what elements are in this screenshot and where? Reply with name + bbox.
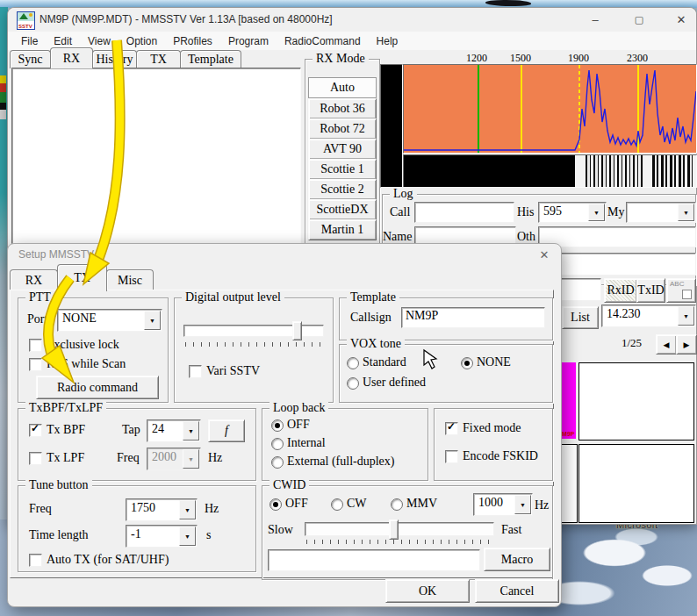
- loopback-internal-radio[interactable]: [271, 438, 284, 450]
- cwid-speed-slider-thumb[interactable]: [389, 519, 399, 540]
- chevron-down-icon[interactable]: ▼: [678, 204, 694, 221]
- abc-auto-button[interactable]: ABC: [666, 278, 696, 303]
- txid-button[interactable]: TxID: [636, 278, 665, 303]
- vox-user-defined-radio[interactable]: [347, 377, 359, 390]
- waterfall-display[interactable]: [403, 154, 697, 188]
- vox-standard-radio[interactable]: [347, 357, 359, 369]
- call-input[interactable]: [414, 202, 514, 223]
- vox-none-radio[interactable]: [461, 357, 473, 369]
- menu-file[interactable]: File: [13, 35, 46, 47]
- chevron-down-icon[interactable]: ▼: [144, 311, 161, 330]
- f-button[interactable]: f: [208, 419, 245, 442]
- icon-sun-shape: [29, 13, 32, 17]
- tab-sync[interactable]: Sync: [10, 50, 51, 68]
- vari-sstv-checkbox[interactable]: [189, 365, 202, 378]
- my-combo[interactable]: ▼: [626, 202, 696, 223]
- maximize-button[interactable]: ▢: [622, 8, 656, 32]
- ptt-port-combo[interactable]: NONE ▼: [57, 309, 162, 332]
- rx-mode-label: RX Mode: [313, 52, 369, 66]
- output-level-slider-track[interactable]: [183, 325, 324, 337]
- loopback-external-radio[interactable]: [271, 456, 284, 469]
- oth-input[interactable]: [538, 226, 696, 247]
- tx-lpf-checkbox[interactable]: [29, 452, 42, 465]
- rxid-button[interactable]: RxID: [604, 278, 637, 303]
- tab-rx[interactable]: RX: [50, 47, 93, 68]
- abc-checkbox[interactable]: [682, 290, 692, 299]
- cwid-text-input[interactable]: [268, 549, 480, 571]
- cwid-cw-radio[interactable]: [331, 498, 343, 511]
- output-level-slider-thumb[interactable]: [292, 321, 302, 340]
- chevron-down-icon[interactable]: ▼: [588, 204, 605, 221]
- cancel-button[interactable]: Cancel: [475, 579, 559, 603]
- chevron-down-icon[interactable]: ▼: [179, 500, 196, 519]
- menu-option[interactable]: Option: [119, 35, 165, 47]
- cwid-freq-unit: Hz: [535, 498, 549, 512]
- callsign-input[interactable]: NM9P: [401, 307, 545, 328]
- his-combo[interactable]: 595 ▼: [538, 202, 607, 223]
- template-thumbnail-2[interactable]: [578, 444, 694, 523]
- tune-freq-combo[interactable]: 1750 ▼: [126, 498, 198, 521]
- ok-button[interactable]: OK: [385, 579, 470, 603]
- tx-bpf-checkbox[interactable]: ✓: [29, 424, 42, 437]
- log-extra-input[interactable]: [538, 253, 696, 276]
- exclusive-lock-checkbox[interactable]: [29, 339, 42, 352]
- cwid-freq-combo[interactable]: 1000 ▼: [473, 493, 533, 516]
- vox-tone-group: VOX tone Standard NONE User defined: [339, 344, 553, 403]
- rx-mode-scottie2[interactable]: Scottie 2: [308, 179, 377, 200]
- spectrum-display[interactable]: [403, 64, 697, 154]
- fixed-mode-label: Fixed mode: [463, 421, 521, 435]
- tab-template[interactable]: Template: [180, 50, 241, 68]
- time-length-combo[interactable]: -1 ▼: [126, 525, 198, 548]
- next-page-button[interactable]: ▶: [676, 334, 697, 355]
- tab-history[interactable]: History: [92, 50, 137, 68]
- menu-edit[interactable]: Edit: [46, 35, 80, 47]
- chevron-down-icon[interactable]: ▼: [179, 526, 196, 546]
- signal-level-meter: [380, 64, 403, 188]
- rts-while-scan-checkbox[interactable]: [29, 358, 42, 371]
- encode-fskid-checkbox[interactable]: [445, 450, 458, 463]
- rx-mode-robot72[interactable]: Robot 72: [308, 118, 377, 140]
- cwid-label: CWID: [269, 478, 309, 492]
- desktop-shortcut-icon[interactable]: [0, 75, 6, 119]
- abc-button-label: ABC: [670, 280, 684, 288]
- dialog-close-button[interactable]: ✕: [533, 246, 556, 263]
- prev-page-button[interactable]: ◀: [656, 334, 677, 355]
- cwid-slow-label: Slow: [268, 523, 293, 537]
- cwid-speed-slider-track[interactable]: [305, 522, 494, 536]
- macro-button[interactable]: Macro: [484, 548, 550, 571]
- chevron-down-icon[interactable]: ▼: [678, 306, 694, 326]
- chevron-down-icon[interactable]: ▼: [183, 421, 199, 441]
- chevron-down-icon[interactable]: ▼: [514, 495, 531, 514]
- tune-freq-value: 1750: [131, 501, 155, 515]
- rx-mode-robot36[interactable]: Robot 36: [308, 98, 377, 119]
- close-button[interactable]: ✕: [665, 8, 697, 32]
- cwid-mmv-radio[interactable]: [391, 498, 403, 511]
- dialog-tab-misc[interactable]: Misc: [106, 269, 154, 291]
- menu-profiles[interactable]: PRofiles: [165, 35, 220, 47]
- rx-mode-avt90[interactable]: AVT 90: [308, 139, 377, 160]
- list-button[interactable]: List: [562, 306, 599, 329]
- tab-tx[interactable]: TX: [136, 50, 181, 68]
- menu-view[interactable]: View: [80, 35, 119, 47]
- dialog-tab-tx[interactable]: TX: [57, 264, 107, 291]
- menu-program[interactable]: Program: [220, 35, 277, 47]
- menu-bar: File Edit View Option PRofiles Program R…: [8, 32, 696, 50]
- template-thumbnail-1[interactable]: [578, 362, 694, 441]
- mmsstv-app-icon: SSTV: [17, 11, 35, 30]
- band-freq-combo[interactable]: 14.230 ▼: [601, 304, 696, 327]
- cwid-off-radio[interactable]: [269, 498, 282, 511]
- tap-combo[interactable]: 24 ▼: [147, 419, 201, 442]
- rx-mode-auto[interactable]: Auto: [308, 77, 377, 98]
- rx-mode-scottie1[interactable]: Scottie 1: [308, 159, 377, 180]
- rx-mode-scottiedx[interactable]: ScottieDX: [308, 199, 377, 220]
- menu-help[interactable]: Help: [369, 35, 406, 47]
- radio-command-button[interactable]: Radio command: [36, 376, 159, 399]
- title-bar[interactable]: SSTV NM9P (NM9P.MDT) - MMSSTV Ver 1.13A …: [8, 8, 696, 32]
- dialog-tab-rx[interactable]: RX: [10, 269, 58, 291]
- fixed-mode-checkbox[interactable]: ✓: [445, 422, 458, 435]
- auto-tx-checkbox[interactable]: [29, 554, 42, 567]
- menu-radiocommand[interactable]: RadioCommand: [277, 35, 369, 47]
- minimize-button[interactable]: –: [578, 8, 612, 32]
- rx-mode-martin1[interactable]: Martin 1: [308, 219, 377, 240]
- loopback-off-radio[interactable]: [271, 419, 284, 432]
